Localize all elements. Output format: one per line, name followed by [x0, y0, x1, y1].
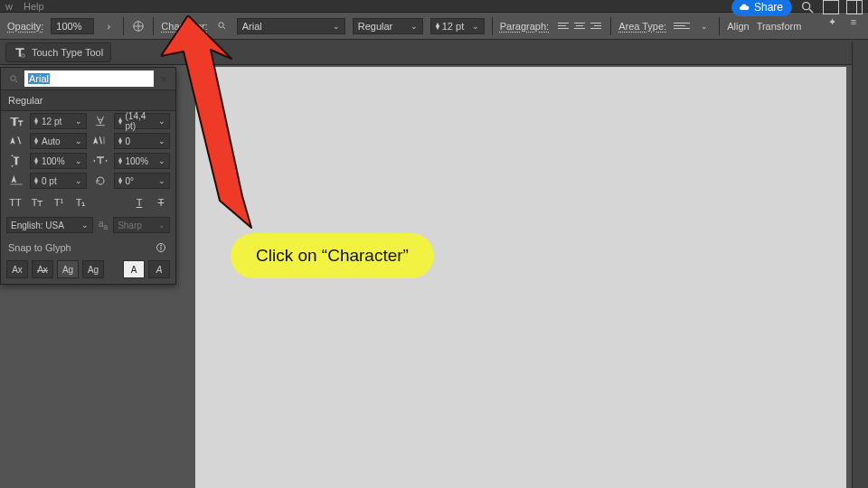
transform-link[interactable]: Transform: [757, 21, 802, 32]
menu-window[interactable]: w: [5, 1, 13, 12]
language-dropdown[interactable]: English: USA⌄: [6, 217, 93, 233]
glyph-opt-5[interactable]: A: [123, 260, 145, 278]
vscale-icon: [6, 153, 26, 169]
search-icon[interactable]: [799, 0, 816, 15]
vscale-field[interactable]: ▴▾100%⌄: [30, 153, 87, 169]
leading-field[interactable]: ▴▾(14,4 pt)⌄: [114, 113, 171, 129]
font-size-icon: [6, 113, 26, 129]
character-panel: Arial × Regular ▴▾12 pt⌄ ▴▾(14,4 pt)⌄ ▴▾…: [0, 67, 176, 285]
subscript-icon[interactable]: T₁: [71, 194, 90, 211]
area-type-icon[interactable]: [674, 20, 690, 33]
cloud-icon: [739, 2, 750, 13]
aa-label: aa: [99, 219, 108, 231]
rotation-icon: [90, 173, 110, 189]
svg-point-3: [219, 23, 224, 28]
touch-type-tool-button[interactable]: Touch Type Tool: [5, 42, 111, 62]
align-right-icon[interactable]: [589, 20, 603, 33]
separator: [719, 17, 720, 35]
arrange-docs-icon[interactable]: [846, 0, 863, 14]
font-style-row[interactable]: Regular: [1, 89, 175, 111]
svg-point-6: [10, 75, 15, 80]
right-dock[interactable]: [852, 42, 868, 488]
info-icon[interactable]: [154, 240, 168, 255]
hscale-field[interactable]: ▴▾100%⌄: [114, 153, 171, 169]
glyph-opt-2[interactable]: Ax: [32, 260, 53, 278]
font-search-icon[interactable]: [215, 19, 230, 33]
snap-glyph-row: Ax Ax Ag Ag A A: [1, 257, 175, 284]
clear-search-icon[interactable]: ×: [157, 72, 170, 86]
separator: [492, 17, 493, 35]
glyph-opt-1[interactable]: Ax: [6, 260, 28, 278]
control-bar: Opacity: 100% › Character: Arial⌄ Regula…: [0, 13, 868, 40]
paragraph-label[interactable]: Paragraph:: [500, 21, 549, 32]
leading-icon: [90, 113, 110, 129]
allcaps-icon[interactable]: TT: [6, 194, 24, 211]
baseline-icon: [6, 173, 26, 189]
control-overflow: ✦ ≡: [825, 14, 861, 29]
font-size-field[interactable]: ▴▾12 pt⌄: [30, 113, 87, 129]
workspace-icon[interactable]: [823, 0, 839, 14]
separator: [123, 17, 124, 35]
tracking-field[interactable]: ▴▾0⌄: [114, 133, 171, 149]
strikethrough-icon[interactable]: T: [152, 194, 170, 211]
pin-icon[interactable]: ✦: [825, 14, 839, 29]
opacity-chevron-icon[interactable]: ›: [101, 19, 116, 33]
share-button[interactable]: Share: [731, 0, 792, 16]
top-right-cluster: Share: [731, 0, 863, 16]
separator: [610, 17, 611, 35]
smallcaps-icon[interactable]: Tᴛ: [28, 194, 46, 211]
sub-toolbar: Touch Type Tool: [0, 40, 868, 65]
baseline-field[interactable]: ▴▾0 pt⌄: [30, 173, 87, 189]
svg-point-13: [161, 245, 162, 246]
character-label[interactable]: Character:: [161, 21, 207, 32]
panel-search-icon[interactable]: [6, 71, 21, 86]
font-search-value: Arial: [28, 73, 50, 84]
recolor-icon[interactable]: [131, 19, 146, 33]
align-left-icon[interactable]: [556, 20, 571, 33]
font-family-dropdown[interactable]: Arial⌄: [237, 18, 345, 34]
area-type-label[interactable]: Area Type:: [618, 21, 666, 32]
tracking-icon: [90, 133, 110, 149]
kerning-field[interactable]: ▴▾Auto⌄: [30, 133, 87, 149]
glyph-opt-4[interactable]: Ag: [82, 260, 104, 278]
antialias-dropdown[interactable]: Sharp⌄: [113, 217, 170, 233]
superscript-icon[interactable]: T¹: [50, 194, 68, 211]
hscale-icon: [90, 153, 110, 169]
glyph-opt-6[interactable]: A: [148, 260, 170, 278]
align-link[interactable]: Align: [727, 21, 749, 32]
underline-icon[interactable]: T: [130, 194, 148, 211]
panel-menu-icon[interactable]: ≡: [846, 14, 861, 29]
annotation-text: Click on “Character”: [256, 246, 409, 265]
paragraph-align-group: [556, 20, 603, 33]
opacity-value[interactable]: 100%: [51, 18, 94, 34]
kerning-icon: [6, 133, 26, 149]
svg-line-1: [809, 9, 813, 13]
touch-type-label: Touch Type Tool: [32, 47, 103, 58]
rotation-field[interactable]: ▴▾0°⌄: [114, 173, 171, 189]
opacity-label[interactable]: Opacity:: [7, 21, 43, 32]
font-style-dropdown[interactable]: Regular⌄: [353, 18, 423, 34]
glyph-opt-3[interactable]: Ag: [57, 260, 79, 278]
align-center-icon[interactable]: [572, 20, 587, 33]
touch-type-icon: [14, 46, 26, 59]
share-label: Share: [754, 1, 783, 14]
svg-line-7: [14, 80, 16, 81]
area-type-chevron-icon[interactable]: ⌄: [697, 19, 712, 33]
snap-to-glyph-label: Snap to Glyph: [8, 242, 71, 253]
annotation-callout: Click on “Character”: [231, 233, 434, 278]
font-size-dropdown[interactable]: ▴▾12 pt⌄: [430, 18, 485, 34]
svg-line-4: [223, 27, 225, 29]
svg-point-5: [22, 53, 25, 57]
font-search-input[interactable]: Arial: [24, 70, 154, 87]
text-format-row: TT Tᴛ T¹ T₁ T T: [1, 191, 175, 214]
svg-point-0: [803, 3, 810, 10]
menu-help[interactable]: Help: [24, 1, 44, 12]
separator: [153, 17, 154, 35]
